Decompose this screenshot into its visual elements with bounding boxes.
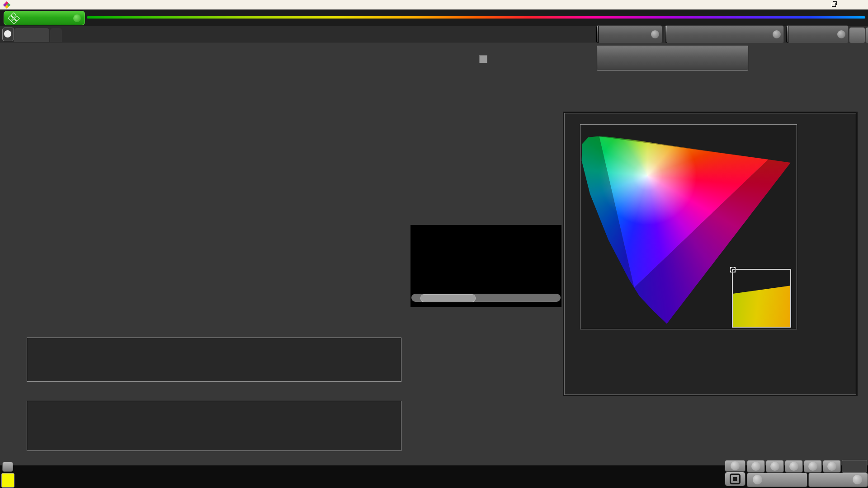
deitp-plot bbox=[27, 401, 401, 451]
up-arrow-icon bbox=[731, 461, 740, 470]
next-button[interactable] bbox=[808, 473, 868, 487]
current-patch-color-swatch bbox=[1, 473, 14, 488]
range-button[interactable] bbox=[785, 460, 803, 473]
stop-icon bbox=[751, 462, 760, 471]
calman-menu-button[interactable] bbox=[4, 11, 85, 25]
add-tab-button[interactable] bbox=[50, 28, 62, 42]
counter-display bbox=[842, 460, 867, 473]
stop-button[interactable] bbox=[747, 460, 765, 473]
cie-zoom-inset bbox=[732, 269, 791, 328]
back-chevron-icon bbox=[753, 475, 762, 484]
rainbow-gradient-bar bbox=[87, 16, 865, 19]
app-bar bbox=[0, 9, 868, 26]
tab-history-1[interactable] bbox=[14, 28, 49, 42]
cie-inset-gradient bbox=[733, 270, 790, 327]
de2000-plot bbox=[27, 338, 401, 382]
actual-row-label bbox=[411, 230, 419, 256]
scrollbar-thumb[interactable] bbox=[420, 294, 476, 302]
calman-logo-icon bbox=[9, 13, 19, 23]
chevron-down-icon[interactable] bbox=[773, 30, 781, 38]
play-button[interactable] bbox=[766, 460, 784, 473]
target-actual-compare-panel bbox=[410, 225, 561, 307]
bottom-patch-bar bbox=[0, 465, 868, 488]
collapse-panel-icon[interactable] bbox=[865, 27, 868, 43]
play-icon bbox=[770, 462, 779, 471]
pattern-status-bar bbox=[665, 26, 667, 43]
stop-icon bbox=[733, 477, 737, 481]
refresh-button[interactable] bbox=[823, 460, 841, 473]
instruction-line-3 bbox=[20, 95, 46, 103]
close-button[interactable] bbox=[848, 0, 863, 9]
next-chevron-icon bbox=[853, 475, 862, 484]
scroll-right-icon[interactable] bbox=[552, 294, 561, 302]
cie-chart-panel bbox=[564, 113, 856, 395]
meter-dropdown[interactable] bbox=[596, 25, 662, 43]
transport-up-button[interactable] bbox=[725, 460, 745, 472]
patch-list-up-icon[interactable] bbox=[2, 462, 13, 472]
tab-nav-arrow-icon bbox=[4, 30, 11, 38]
calman-dropdown-icon[interactable] bbox=[73, 14, 81, 22]
chevron-down-icon[interactable] bbox=[651, 30, 659, 38]
compare-scrollbar[interactable] bbox=[411, 294, 561, 302]
target-row-label bbox=[411, 256, 419, 282]
cie-inset-measured-circle bbox=[731, 267, 736, 272]
back-button[interactable] bbox=[747, 473, 807, 487]
big-stop-button[interactable] bbox=[725, 472, 745, 486]
continuous-button[interactable] bbox=[804, 460, 822, 473]
scroll-left-icon[interactable] bbox=[411, 294, 420, 302]
app-window bbox=[0, 0, 868, 488]
meter-status-bar bbox=[596, 26, 599, 43]
gear-icon[interactable] bbox=[849, 27, 865, 43]
cie-plot-area bbox=[580, 124, 797, 329]
display-control-dropdown[interactable] bbox=[786, 25, 849, 43]
tab-nav-button[interactable] bbox=[2, 28, 14, 41]
display-status-bar bbox=[786, 26, 788, 43]
tab-bar bbox=[0, 26, 868, 42]
app-icon bbox=[4, 2, 10, 8]
range-icon bbox=[789, 462, 798, 471]
refresh-icon bbox=[827, 462, 836, 471]
infinity-icon bbox=[808, 462, 817, 471]
chevron-down-icon[interactable] bbox=[837, 30, 845, 38]
include-luminance-checkbox[interactable] bbox=[479, 55, 487, 63]
title-bar bbox=[0, 0, 868, 9]
measure-button[interactable] bbox=[597, 46, 748, 70]
pattern-generator-dropdown[interactable] bbox=[665, 25, 784, 43]
minimize-button[interactable] bbox=[805, 0, 820, 9]
restore-button[interactable] bbox=[826, 0, 842, 9]
